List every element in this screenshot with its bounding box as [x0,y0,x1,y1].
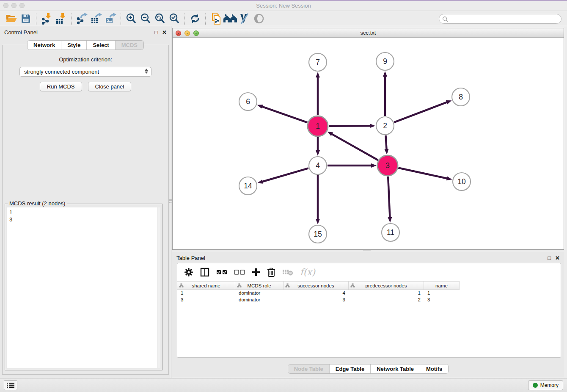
export-image-icon[interactable] [103,12,118,25]
mcds-result-text[interactable]: 1 3 [7,207,157,368]
toolbar-separator [36,13,36,25]
edge-2-3[interactable] [385,135,386,149]
zoom-selected-icon[interactable] [167,12,182,25]
table-cell[interactable]: 3 [177,297,235,304]
result-scrollbar[interactable] [157,207,160,368]
tab-motifs[interactable]: Motifs [420,364,448,373]
table-cell[interactable]: 1 [424,290,460,297]
column-hierarchy-icon [237,283,242,288]
graph-node-label-7: 7 [316,58,320,66]
graph-node-label-6: 6 [246,97,250,106]
column-hierarchy-icon [350,283,355,288]
node-table-container: f(x) shared nameMCDS rolesuccessor nodes… [177,263,561,358]
graph-node-label-4: 4 [316,161,320,170]
graph-node-label-10: 10 [457,177,466,186]
search-input[interactable] [450,16,561,22]
eye-icon [252,12,266,25]
column-header-predecessor-nodes[interactable]: predecessor nodes [349,281,424,290]
save-session-icon[interactable] [19,12,33,25]
graph-node-label-8: 8 [459,93,463,101]
delete-column-trash-icon[interactable] [267,268,275,277]
table-cell[interactable]: 1 [349,290,424,297]
show-column-panel-icon[interactable] [200,268,209,277]
unselect-all-columns-icon[interactable] [234,269,245,275]
column-header-shared-name[interactable]: shared name [177,281,235,290]
export-network-icon[interactable] [74,12,89,25]
tab-edge-table[interactable]: Edge Table [329,364,370,373]
network-graph[interactable]: 7968124314101511 [173,38,564,249]
refresh-layout-icon[interactable] [188,12,202,25]
close-table-panel-icon[interactable]: ✕ [555,255,560,261]
control-panel-tabs: Network Style Select MCDS [0,40,171,50]
edge-3-11[interactable] [388,177,390,218]
table-cell[interactable]: 2 [349,297,424,304]
open-file-icon[interactable] [4,12,19,25]
close-panel-button[interactable]: Close panel [88,82,132,91]
edge-2-8[interactable] [394,102,447,122]
home-icon[interactable] [223,12,237,25]
table-header-row: shared nameMCDS rolesuccessor nodesprede… [177,281,561,290]
table-row[interactable]: 1dominator411 [177,290,561,297]
edge-1-6[interactable] [262,107,307,123]
mcds-tab-content: Optimization criterion: strongly connect… [2,45,169,375]
column-header-MCDS-role[interactable]: MCDS role [235,281,284,290]
function-builder-fx-icon: f(x) [300,267,315,277]
select-all-columns-icon[interactable] [216,269,227,275]
table-row[interactable]: 3dominator323 [177,297,561,304]
control-panel-header: Control Panel □ ✕ [0,26,171,38]
graph-node-label-2: 2 [383,121,387,130]
list-icon [7,382,14,388]
column-header-successor-nodes[interactable]: successor nodes [284,281,349,290]
edge-3-1[interactable] [332,134,378,160]
export-table-icon[interactable] [89,12,103,25]
memory-status-dot [533,383,538,388]
edge-1-2[interactable] [329,126,370,126]
edge-4-14[interactable] [262,168,308,182]
status-bar: Memory [0,378,567,392]
vertical-splitter-grip[interactable] [169,196,172,207]
run-mcds-button[interactable]: Run MCDS [40,82,82,91]
edge-3-10[interactable] [398,168,447,179]
vizmap-icon[interactable] [237,12,252,25]
tab-node-table[interactable]: Node Table [288,364,329,373]
zoom-out-icon[interactable] [138,12,153,25]
mcds-result-box: MCDS result (2 nodes) 1 3 [5,204,162,370]
copy-network-icon[interactable] [209,12,223,25]
memory-button[interactable]: Memory [528,380,563,390]
table-settings-gear-icon[interactable] [184,268,193,277]
network-window-titlebar: x - + scc.txt [173,28,564,38]
import-network-icon[interactable] [39,12,54,25]
column-header-name[interactable]: name [424,281,460,290]
tab-network-table[interactable]: Network Table [370,364,420,373]
table-cell[interactable]: 3 [424,297,460,304]
horizontal-splitter-grip[interactable] [363,249,371,251]
table-panel-title: Table Panel [176,255,205,261]
tab-network[interactable]: Network [28,41,61,50]
table-cell[interactable]: 4 [284,290,349,297]
zoom-fit-icon[interactable] [153,12,167,25]
graph-node-label-9: 9 [383,57,387,66]
tab-mcds[interactable]: MCDS [115,41,143,50]
network-minimize-icon[interactable]: - [184,30,190,36]
tab-select[interactable]: Select [86,41,115,50]
table-cell[interactable]: 3 [284,297,349,304]
toolbar-separator [184,13,185,25]
network-canvas[interactable]: 7968124314101511 [173,38,564,249]
task-history-button[interactable] [4,380,17,390]
optimization-criterion-dropdown[interactable]: strongly connected component [19,67,151,77]
column-hierarchy-icon [285,283,290,288]
network-maximize-icon[interactable]: + [193,30,199,36]
zoom-in-icon[interactable] [124,12,138,25]
tab-style[interactable]: Style [61,41,86,50]
table-cell[interactable]: dominator [235,297,284,304]
close-panel-icon[interactable]: ✕ [162,29,167,36]
float-panel-icon[interactable]: □ [154,29,158,36]
create-column-icon[interactable] [252,268,260,276]
network-close-icon[interactable]: x [176,30,181,36]
table-cell[interactable]: 1 [177,290,235,297]
graph-node-label-14: 14 [244,182,252,190]
search-field[interactable] [439,14,561,24]
table-cell[interactable]: dominator [235,290,284,297]
import-table-icon[interactable] [54,12,68,25]
float-table-panel-icon[interactable]: □ [548,255,551,261]
